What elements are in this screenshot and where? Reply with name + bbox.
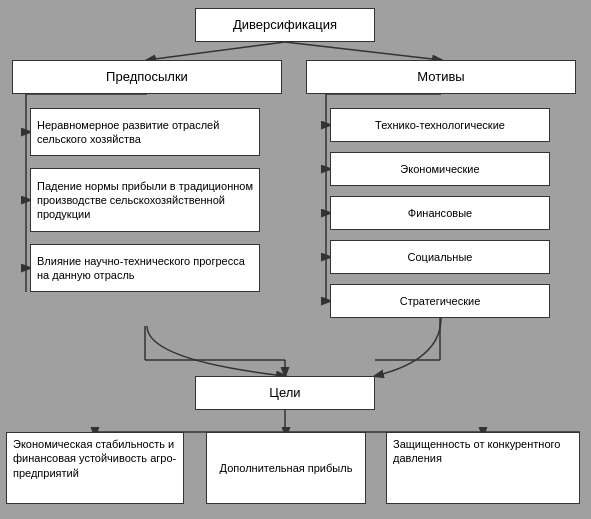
diagram: Диверсификация Предпосылки Мотивы Неравн… (0, 0, 591, 519)
goals-label: Цели (269, 385, 300, 402)
svg-line-0 (147, 42, 285, 60)
svg-line-1 (285, 42, 441, 60)
prereq-item-3: Влияние научно-технического прогресса на… (30, 244, 260, 292)
prerequisites-label: Предпосылки (106, 69, 188, 86)
prerequisites-node: Предпосылки (12, 60, 282, 94)
goal-item-3: Защищенность от конкурентного давления (386, 432, 580, 504)
goal-item-1: Экономическая стабильность и финансовая … (6, 432, 184, 504)
motives-label: Мотивы (417, 69, 464, 86)
motive-item-2: Экономические (330, 152, 550, 186)
prereq-item-2: Падение нормы прибыли в традиционном про… (30, 168, 260, 232)
motive-item-1: Технико-технологические (330, 108, 550, 142)
goals-node: Цели (195, 376, 375, 410)
motives-node: Мотивы (306, 60, 576, 94)
diversification-label: Диверсификация (233, 17, 337, 34)
diversification-node: Диверсификация (195, 8, 375, 42)
motive-item-5: Стратегические (330, 284, 550, 318)
motive-item-4: Социальные (330, 240, 550, 274)
motive-item-3: Финансовые (330, 196, 550, 230)
goal-item-2: Дополнительная прибыль (206, 432, 366, 504)
prereq-item-1: Неравномерное развитие отраслей сельског… (30, 108, 260, 156)
